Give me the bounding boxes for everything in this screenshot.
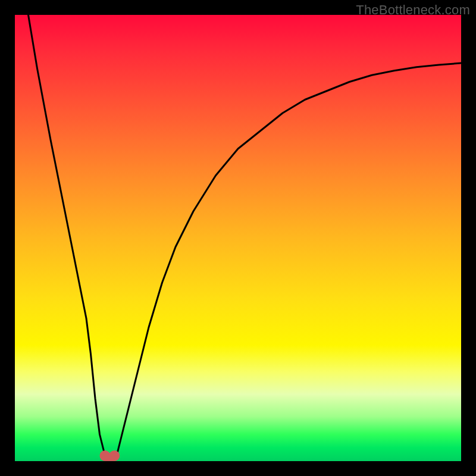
gradient-background	[15, 15, 461, 461]
chart-frame	[15, 15, 461, 461]
